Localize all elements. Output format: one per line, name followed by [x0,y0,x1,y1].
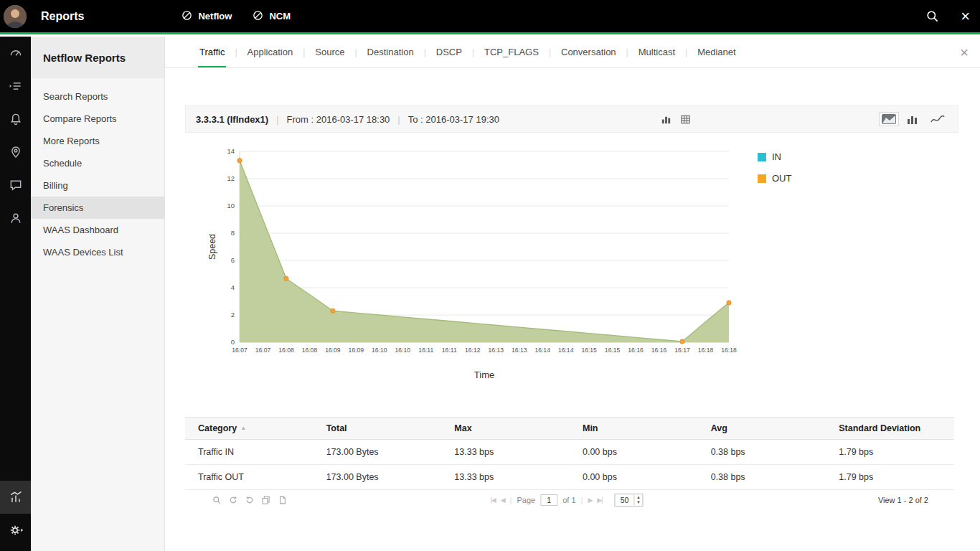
column-header-standard-deviation[interactable]: Standard Deviation [826,418,954,440]
svg-text:16:13: 16:13 [512,347,527,354]
chat-icon[interactable] [0,169,31,202]
table-row[interactable]: Traffic OUT173.00 Bytes13.33 bps0.00 bps… [185,465,954,490]
alarms-icon[interactable] [0,103,31,136]
svg-text:16:15: 16:15 [605,347,621,354]
sidebar-item-schedule[interactable]: Schedule [31,152,164,174]
grid-pdf-icon[interactable] [278,496,287,504]
grid-refresh-icon[interactable] [229,496,237,504]
page-input[interactable] [540,494,557,506]
tab-tcp_flags[interactable]: TCP_FLAGS [483,47,540,57]
svg-text:16:17: 16:17 [674,347,690,354]
table-cell: 1.79 bps [826,440,954,465]
sidebar-item-waas-devices-list[interactable]: WAAS Devices List [31,241,164,263]
last-page-icon[interactable]: ▶| [597,496,602,504]
svg-text:0: 0 [231,338,235,346]
traffic-chart-icon[interactable] [0,481,31,514]
area-chart-type-button[interactable] [879,112,899,126]
table-view-icon[interactable] [680,114,691,125]
users-icon[interactable] [0,202,31,235]
traffic-area-chart: 0246810121416:0716:0716:0816:0816:0916:0… [207,140,739,382]
page-size-select[interactable]: 50 ▲ ▼ [615,494,644,507]
svg-text:16:07: 16:07 [232,347,248,354]
search-icon[interactable] [925,9,939,23]
tab-source[interactable]: Source [314,47,346,57]
grid-reset-icon[interactable] [245,496,254,504]
sort-asc-icon[interactable]: ▲ [240,425,246,431]
page-size-stepper[interactable]: ▲ ▼ [634,495,643,505]
tab-traffic[interactable]: Traffic [198,47,226,57]
next-page-icon[interactable]: ▶ [588,496,592,504]
table-cell: Traffic IN [185,440,314,465]
grid-search-icon[interactable] [212,496,221,504]
svg-text:10: 10 [227,202,235,209]
dashboard-icon[interactable] [0,37,31,70]
svg-text:16:07: 16:07 [255,347,271,354]
tab-separator: | [685,47,687,57]
column-header-min[interactable]: Min [570,418,698,440]
prev-page-icon[interactable]: ◀ [501,496,505,504]
legend-item-out[interactable]: OUT [758,173,791,184]
tab-destination[interactable]: Destination [366,47,415,57]
tab-dscp[interactable]: DSCP [435,47,463,57]
reports-list-icon[interactable] [0,70,31,103]
svg-text:16:08: 16:08 [302,347,318,354]
svg-text:16:16: 16:16 [628,347,644,354]
sidebar-item-search-reports[interactable]: Search Reports [31,85,164,108]
svg-text:16:11: 16:11 [418,347,433,354]
column-header-category[interactable]: Category▲ [185,418,314,440]
table-cell: 0.00 bps [570,465,698,490]
nav-ncm[interactable]: NCM [252,9,291,24]
user-avatar[interactable] [4,5,27,28]
sidebar-item-forensics[interactable]: Forensics [31,197,164,219]
column-header-max[interactable]: Max [441,418,570,440]
chart-legend: IN OUT [758,140,791,382]
table-cell: 13.33 bps [441,465,570,490]
bar-chart-type-button[interactable] [903,112,923,126]
tab-conversation[interactable]: Conversation [560,47,618,57]
table-cell: 173.00 Bytes [314,465,442,490]
svg-text:16:14: 16:14 [534,347,550,354]
nav-netflow[interactable]: Netflow [181,9,232,24]
netflow-reports-sidebar: Netflow Reports Search ReportsCompare Re… [31,37,165,551]
sidebar-item-compare-reports[interactable]: Compare Reports [31,108,164,130]
table-cell: Traffic OUT [185,465,314,490]
tab-multicast[interactable]: Multicast [637,47,677,57]
nav-netflow-label: Netflow [198,11,232,22]
sidebar-item-billing[interactable]: Billing [31,174,164,197]
legend-in-swatch [758,153,766,161]
nav-ncm-label: NCM [269,11,291,22]
column-header-total[interactable]: Total [314,418,442,440]
table-row[interactable]: Traffic IN173.00 Bytes13.33 bps0.00 bps0… [185,440,954,465]
tab-medianet[interactable]: Medianet [696,47,737,57]
separator: | [276,114,278,125]
grid-export-icon[interactable] [262,496,270,504]
svg-text:Speed: Speed [207,234,217,260]
sidebar-item-waas-dashboard[interactable]: WAAS Dashboard [31,219,164,241]
sidebar-item-more-reports[interactable]: More Reports [31,130,164,152]
column-header-avg[interactable]: Avg [698,418,826,440]
chart-view-icon[interactable] [661,114,672,125]
table-cell: 0.00 bps [570,440,698,465]
maps-icon[interactable] [0,136,31,169]
close-report-icon[interactable]: × [960,46,969,59]
first-page-icon[interactable]: |◀ [490,496,495,504]
line-chart-type-button[interactable] [928,112,948,126]
view-range-label: View 1 - 2 of 2 [878,496,928,504]
svg-text:16:18: 16:18 [721,347,737,354]
topbar: Reports Netflow NCM × [0,0,980,34]
expand-arrow-icon [21,529,23,532]
legend-out-label: OUT [772,173,791,184]
svg-text:16:11: 16:11 [442,347,457,354]
topbar-nav: Netflow NCM [181,9,291,24]
legend-in-label: IN [772,151,781,162]
legend-item-in[interactable]: IN [758,151,791,162]
settings-gear-icon[interactable] [0,514,31,547]
tab-application[interactable]: Application [246,47,295,57]
svg-text:16:10: 16:10 [395,347,411,354]
svg-text:16:09: 16:09 [349,347,364,354]
to-time-label: To : 2016-03-17 19:30 [408,114,499,125]
window-close-icon[interactable]: × [961,9,970,24]
stepper-down-icon: ▼ [636,500,641,505]
device-interface-label: 3.3.3.1 (IfIndex1) [196,114,268,125]
pagination: |◀ ◀ | Page of 1 | ▶ ▶| 50 ▲ ▼ [490,494,643,507]
